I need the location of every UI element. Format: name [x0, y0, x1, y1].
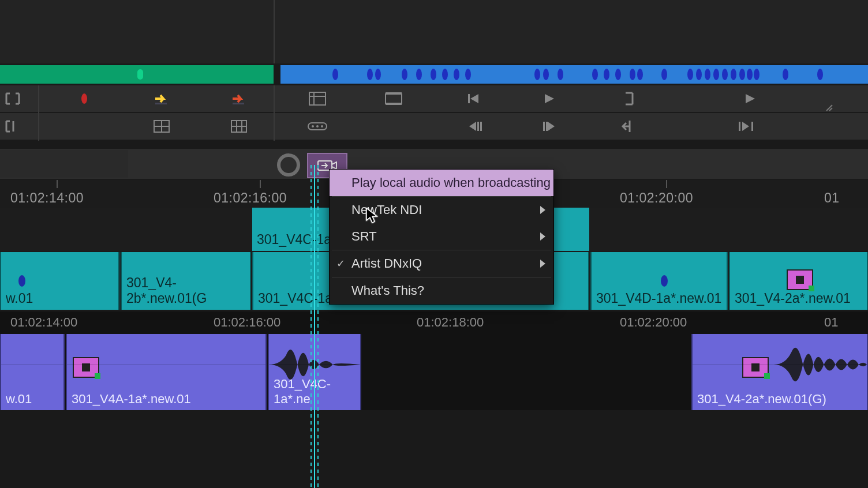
toolbar-divider	[38, 85, 39, 141]
upper-panel	[0, 0, 868, 63]
go-to-out-icon[interactable]	[613, 118, 638, 135]
video-clip[interactable]: 301_V4-2a*.new.01	[729, 252, 868, 310]
svg-rect-6	[386, 94, 402, 103]
svg-rect-2	[233, 103, 244, 104]
record-button[interactable]	[277, 153, 300, 177]
svg-point-19	[316, 125, 319, 127]
svg-rect-8	[386, 103, 402, 105]
play-icon[interactable]	[537, 90, 562, 107]
svg-rect-9	[468, 94, 470, 103]
menu-item-whats-this[interactable]: What's This?	[330, 277, 553, 304]
svg-rect-7	[386, 92, 402, 95]
source-track-blue[interactable]	[280, 65, 868, 84]
svg-rect-22	[480, 122, 482, 131]
ruler-label: 01:02:20:00	[620, 315, 687, 330]
menu-item-srt[interactable]: SRT	[330, 223, 553, 250]
frame-back-icon[interactable]	[462, 118, 487, 135]
source-track-green[interactable]	[0, 65, 274, 84]
ruler-label: 01:02:20:00	[620, 190, 693, 206]
menu-item-newtek-ndi[interactable]: NewTek NDI	[330, 197, 553, 223]
audio-clip[interactable]: 301_V4A-1a*.new.01	[66, 334, 267, 410]
go-forward-yellow-icon[interactable]	[149, 90, 174, 107]
go-forward-red-icon[interactable]	[226, 90, 252, 107]
resize-corner-icon[interactable]	[817, 99, 842, 117]
play-to-out-icon[interactable]	[734, 118, 760, 135]
svg-rect-24	[546, 122, 548, 131]
ruler-label: 01:02:14:00	[10, 315, 77, 330]
play-forward-icon[interactable]	[738, 90, 763, 107]
svg-point-20	[321, 125, 323, 127]
svg-rect-25	[739, 122, 740, 131]
ruler-label: 01	[824, 190, 840, 206]
svg-point-18	[312, 125, 314, 127]
clip-label: 301_V4-2b*.new.01(G	[126, 275, 250, 310]
broadcast-context-menu: Play local audio when broadcasting NewTe…	[329, 169, 554, 305]
audio-track-a1[interactable]: w.01 301_V4A-1a*.new.01 301_V4C-1a*.ne 3…	[0, 334, 868, 410]
ruler-label: 01	[824, 315, 838, 330]
toolbar-divider	[274, 85, 275, 141]
grid-2x2-icon[interactable]	[149, 118, 174, 135]
svg-rect-3	[309, 92, 326, 105]
video-clip[interactable]: 301_V4-2b*.new.01(G	[121, 252, 251, 310]
clip-label: 301_V4C-1a*	[257, 232, 336, 251]
clip-label: 301_V4-2a*.new.01	[735, 291, 851, 310]
step-back-icon[interactable]	[462, 90, 487, 107]
grid-3x3-icon[interactable]	[226, 118, 252, 135]
layout-grid-icon[interactable]	[305, 90, 330, 107]
svg-rect-21	[477, 122, 479, 131]
film-icon[interactable]	[381, 90, 406, 107]
ruler-label: 01:02:14:00	[10, 190, 84, 206]
svg-rect-26	[751, 122, 753, 131]
frame-forward-icon[interactable]	[537, 118, 562, 135]
panel-divider	[274, 0, 275, 63]
menu-item-play-local-audio[interactable]: Play local audio when broadcasting	[330, 170, 553, 196]
mark-in-out-icon[interactable]	[0, 90, 25, 107]
clip-label: w.01	[6, 291, 33, 310]
svg-point-0	[81, 93, 87, 104]
svg-rect-1	[155, 103, 167, 104]
loop-icon[interactable]	[305, 118, 330, 135]
audio-clip[interactable]: 301_V4-2a*.new.01(G)	[691, 334, 868, 410]
mark-out-icon[interactable]	[616, 90, 642, 107]
record-marker-icon[interactable]	[72, 90, 97, 107]
video-clip[interactable]: w.01	[0, 252, 119, 310]
menu-item-artist-dnxiq[interactable]: Artist DNxIQ	[330, 250, 553, 277]
timeline-ruler-bottom[interactable]: 01:02:14:00 01:02:16:00 01:02:18:00 01:0…	[0, 311, 868, 335]
effect-badge-icon[interactable]	[787, 269, 813, 290]
rec-label-well	[0, 150, 128, 178]
svg-rect-23	[543, 122, 545, 131]
mark-clip-icon[interactable]	[0, 118, 25, 135]
ruler-label: 01:02:16:00	[214, 315, 280, 330]
ruler-label: 01:02:18:00	[417, 315, 484, 330]
video-clip[interactable]: 301_V4D-1a*.new.01	[590, 252, 728, 310]
audio-clip[interactable]: w.01	[0, 334, 65, 410]
clip-label: 301_V4D-1a*.new.01	[596, 291, 721, 310]
ruler-label: 01:02:16:00	[214, 190, 287, 206]
audio-clip[interactable]: 301_V4C-1a*.ne	[268, 334, 361, 410]
